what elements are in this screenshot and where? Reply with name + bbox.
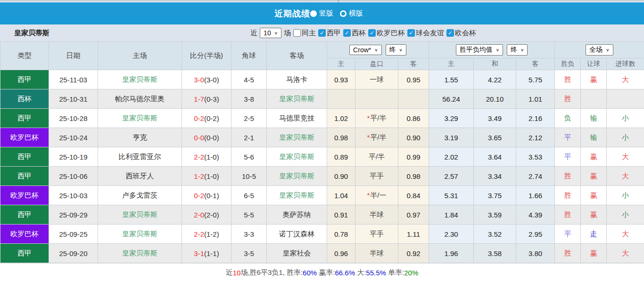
chevron-down-icon: ∨ <box>496 48 499 52</box>
home-team[interactable]: 卢多戈雷茨 <box>98 186 182 205</box>
handicap-away-odds: 0.99 <box>398 147 429 167</box>
result-wdl: 胜 <box>555 186 581 205</box>
filter-checkbox-球会友谊[interactable]: ✓球会友谊 <box>407 29 444 38</box>
match-row: 欧罗巴杯25-10-24亨克0-0(0-0)2-1皇家贝蒂斯0.98*平/半0.… <box>0 128 644 147</box>
handicap-home-odds: 1.02 <box>327 109 355 128</box>
summary-segment: 赢率: <box>317 268 335 277</box>
result-wdl: 负 <box>555 109 581 128</box>
away-team[interactable]: 马德里竞技 <box>267 109 327 128</box>
result-goals: 大 <box>607 244 644 263</box>
away-team[interactable]: 奥萨苏纳 <box>267 205 327 225</box>
layout-radio-横版[interactable]: 横版 <box>340 9 363 18</box>
handicap-away-odds <box>398 89 429 109</box>
score-fulltime: 3-1 <box>194 249 204 257</box>
away-team[interactable]: 皇家社会 <box>267 244 327 263</box>
unchecked-checkbox-icon <box>293 29 301 37</box>
corners: 5-6 <box>231 147 267 167</box>
subcol-avg-home: 主 <box>429 58 474 70</box>
filter-checkbox-欧罗巴杯[interactable]: ✓欧罗巴杯 <box>368 29 405 38</box>
odds-select-cell: Crow* ∨ 终 ∨ <box>327 42 429 58</box>
avg-source-select[interactable]: 胜平负均值 ∨ <box>456 44 503 56</box>
handicap-away-odds: 0.98 <box>398 167 429 186</box>
filter-checkbox-西杯[interactable]: ✓西杯 <box>343 29 366 38</box>
subcol-let: 让球 <box>581 58 607 70</box>
home-team[interactable]: 皇家贝蒂斯 <box>98 225 182 244</box>
odds-time-select[interactable]: 终 ∨ <box>386 44 406 56</box>
away-team[interactable]: 皇家贝蒂斯 <box>267 89 327 109</box>
away-team[interactable]: 皇家贝蒂斯 <box>267 128 327 147</box>
home-team[interactable]: 西班牙人 <box>98 167 182 186</box>
subcol-goals: 进球数 <box>607 58 644 70</box>
score: 1-2(1-0) <box>182 167 231 186</box>
result-wdl: 胜 <box>555 205 581 225</box>
handicap-home-odds <box>327 89 355 109</box>
result-handicap: 赢 <box>581 205 607 225</box>
result-handicap: 输 <box>581 109 607 128</box>
match-row: 西杯25-10-31帕尔马德尔里奥1-7(0-3)3-8皇家贝蒂斯56.2420… <box>0 89 644 109</box>
handicap-text: 平手 <box>370 230 384 238</box>
filter-checkbox-同主[interactable]: 同主 <box>293 29 316 38</box>
handicap-line: 半球 <box>355 244 398 263</box>
scope-select[interactable]: 全场 ∨ <box>586 44 613 56</box>
score-fulltime: 2-0 <box>194 211 204 219</box>
title-bar: 近期战绩 竖版横版 <box>0 2 644 24</box>
col-header-away: 客场 <box>267 42 327 70</box>
recent-results-panel: 近期战绩 竖版横版 皇家贝蒂斯 近 10 ∨ 场 同主✓西甲✓西杯✓欧罗巴杯✓球… <box>0 0 644 281</box>
away-team[interactable]: 诺丁汉森林 <box>267 225 327 244</box>
handicap-line: 一球 <box>355 70 398 89</box>
layout-radio-竖版[interactable]: 竖版 <box>310 9 333 18</box>
filter-checkbox-欧会杯[interactable]: ✓欧会杯 <box>446 29 476 38</box>
result-goals: 小 <box>607 128 644 147</box>
handicap-away-odds: 0.90 <box>398 128 429 147</box>
avg-home-odds: 1.96 <box>429 244 474 263</box>
score-halftime: (0-3) <box>204 95 219 103</box>
result-handicap: 赢 <box>581 167 607 186</box>
checked-checkbox-icon: ✓ <box>407 29 415 37</box>
result-goals: 小 <box>607 186 644 205</box>
col-header-type: 类型 <box>0 42 49 70</box>
home-team[interactable]: 皇家贝蒂斯 <box>98 70 182 89</box>
score-halftime: (0-1) <box>204 192 219 200</box>
away-team[interactable]: 皇家贝蒂斯 <box>267 186 327 205</box>
match-row: 欧罗巴杯25-10-03卢多戈雷茨0-2(0-1)6-5皇家贝蒂斯1.04*半/… <box>0 186 644 205</box>
away-team[interactable]: 皇家贝蒂斯 <box>267 147 327 167</box>
home-team[interactable]: 帕尔马德尔里奥 <box>98 89 182 109</box>
chevron-down-icon: ∨ <box>274 31 278 35</box>
home-team[interactable]: 皇家贝蒂斯 <box>98 205 182 225</box>
avg-draw-odds: 3.34 <box>474 167 516 186</box>
checked-checkbox-icon: ✓ <box>343 29 351 37</box>
score-fulltime: 1-2 <box>194 172 204 180</box>
summary-segment: 55.5% <box>366 269 386 277</box>
avg-time-select[interactable]: 终 ∨ <box>507 44 528 56</box>
away-team[interactable]: 马洛卡 <box>267 70 327 89</box>
score-halftime: (2-0) <box>204 211 219 219</box>
home-team[interactable]: 比利亚雷亚尔 <box>98 147 182 167</box>
avg-draw-odds: 4.22 <box>474 70 516 89</box>
top-divider <box>0 0 644 2</box>
result-wdl: 胜 <box>555 70 581 89</box>
result-goals: 大 <box>607 147 644 167</box>
handicap-text: 平/半 <box>370 114 386 122</box>
handicap-away-odds: 0.86 <box>398 109 429 128</box>
radio-icon <box>340 10 347 17</box>
match-date: 25-09-29 <box>49 205 98 225</box>
match-count-select[interactable]: 10 ∨ <box>260 28 281 38</box>
type-badge: 西甲 <box>0 167 49 186</box>
filter-checkbox-西甲[interactable]: ✓西甲 <box>318 29 341 38</box>
recent-results-table: 类型 日期 主场 比分(半场) 角球 客场 Crow* ∨ 终 ∨ <box>0 41 644 263</box>
checkbox-label: 欧会杯 <box>455 29 476 38</box>
away-team[interactable]: 皇家贝蒂斯 <box>267 167 327 186</box>
odds-source-select[interactable]: Crow* ∨ <box>349 45 381 55</box>
home-team[interactable]: 亨克 <box>98 128 182 147</box>
radio-label: 竖版 <box>319 9 333 18</box>
home-team[interactable]: 皇家贝蒂斯 <box>98 109 182 128</box>
avg-draw-odds: 3.65 <box>474 128 516 147</box>
subcol-odds-away: 客 <box>398 58 429 70</box>
checkbox-label: 同主 <box>302 29 316 38</box>
chevron-down-icon: ∨ <box>374 48 378 52</box>
score: 2-2(1-2) <box>182 225 231 244</box>
score-fulltime: 2-2 <box>194 230 204 238</box>
avg-away-odds: 1.66 <box>516 186 555 205</box>
avg-home-odds: 1.84 <box>429 205 474 225</box>
home-team[interactable]: 皇家贝蒂斯 <box>98 244 182 263</box>
